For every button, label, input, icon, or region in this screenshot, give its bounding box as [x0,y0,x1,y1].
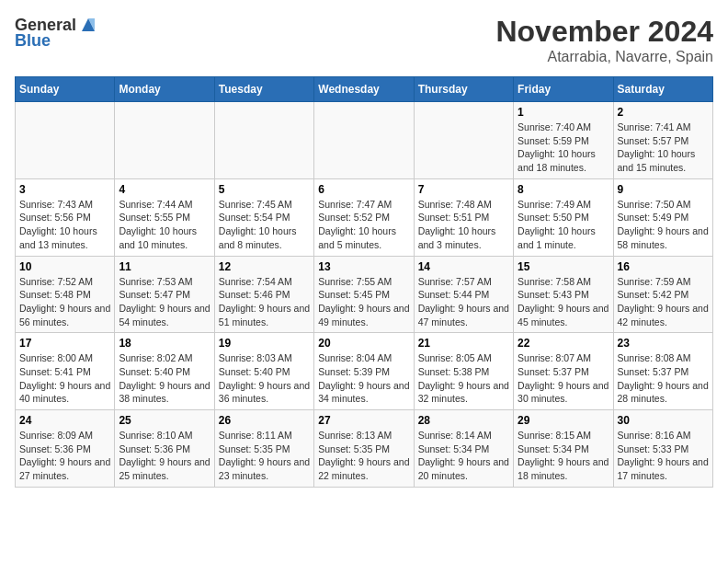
day-number: 28 [418,414,509,427]
calendar-week-row: 17Sunrise: 8:00 AM Sunset: 5:41 PM Dayli… [16,333,713,410]
table-row: 11Sunrise: 7:53 AM Sunset: 5:47 PM Dayli… [115,256,214,333]
title-block: November 2024 Atarrabia, Navarre, Spain [495,15,713,65]
day-info: Sunrise: 7:48 AM Sunset: 5:51 PM Dayligh… [418,198,509,252]
day-number: 5 [219,183,310,196]
logo: General Blue [15,15,98,51]
location-title: Atarrabia, Navarre, Spain [495,49,713,65]
table-row: 15Sunrise: 7:58 AM Sunset: 5:43 PM Dayli… [514,256,613,333]
day-info: Sunrise: 7:54 AM Sunset: 5:46 PM Dayligh… [219,275,310,329]
day-number: 21 [418,337,509,350]
day-info: Sunrise: 8:04 AM Sunset: 5:39 PM Dayligh… [318,351,409,406]
table-row [214,102,313,179]
day-info: Sunrise: 7:44 AM Sunset: 5:55 PM Dayligh… [119,198,210,252]
day-info: Sunrise: 7:50 AM Sunset: 5:49 PM Dayligh… [618,198,709,252]
day-number: 20 [318,337,409,350]
table-row: 26Sunrise: 8:11 AM Sunset: 5:35 PM Dayli… [214,410,313,488]
weekday-sunday: Sunday [16,77,115,102]
day-number: 7 [418,183,509,196]
day-info: Sunrise: 7:45 AM Sunset: 5:54 PM Dayligh… [219,198,310,252]
day-number: 1 [518,106,609,119]
table-row: 18Sunrise: 8:02 AM Sunset: 5:40 PM Dayli… [115,333,214,410]
day-number: 8 [518,183,609,196]
table-row: 21Sunrise: 8:05 AM Sunset: 5:38 PM Dayli… [414,333,513,410]
table-row: 29Sunrise: 8:15 AM Sunset: 5:34 PM Dayli… [514,410,613,488]
table-row [314,102,414,179]
day-info: Sunrise: 8:05 AM Sunset: 5:38 PM Dayligh… [418,351,509,406]
table-row: 4Sunrise: 7:44 AM Sunset: 5:55 PM Daylig… [115,178,214,256]
day-info: Sunrise: 7:52 AM Sunset: 5:48 PM Dayligh… [19,275,110,329]
logo-icon [78,15,98,35]
table-row: 1Sunrise: 7:40 AM Sunset: 5:59 PM Daylig… [514,102,613,179]
day-number: 22 [518,337,609,350]
day-number: 15 [518,260,609,273]
month-title: November 2024 [495,15,713,49]
day-number: 26 [219,414,310,427]
day-info: Sunrise: 8:08 AM Sunset: 5:37 PM Dayligh… [618,351,709,406]
day-info: Sunrise: 7:53 AM Sunset: 5:47 PM Dayligh… [119,275,210,329]
day-info: Sunrise: 8:00 AM Sunset: 5:41 PM Dayligh… [19,351,110,406]
day-number: 23 [618,337,709,350]
table-row: 24Sunrise: 8:09 AM Sunset: 5:36 PM Dayli… [16,410,115,488]
day-info: Sunrise: 7:55 AM Sunset: 5:45 PM Dayligh… [318,275,409,329]
table-row: 12Sunrise: 7:54 AM Sunset: 5:46 PM Dayli… [214,256,313,333]
weekday-wednesday: Wednesday [314,77,414,102]
day-number: 24 [19,414,110,427]
table-row: 14Sunrise: 7:57 AM Sunset: 5:44 PM Dayli… [414,256,513,333]
day-number: 2 [618,106,709,119]
day-info: Sunrise: 8:15 AM Sunset: 5:34 PM Dayligh… [518,429,609,483]
day-number: 29 [518,414,609,427]
day-number: 10 [19,260,110,273]
day-info: Sunrise: 8:13 AM Sunset: 5:35 PM Dayligh… [318,429,409,483]
calendar-table: Sunday Monday Tuesday Wednesday Thursday… [15,76,713,488]
table-row [115,102,214,179]
table-row: 16Sunrise: 7:59 AM Sunset: 5:42 PM Dayli… [613,256,712,333]
table-row: 22Sunrise: 8:07 AM Sunset: 5:37 PM Dayli… [514,333,613,410]
day-number: 13 [318,260,409,273]
day-info: Sunrise: 8:03 AM Sunset: 5:40 PM Dayligh… [219,351,310,406]
day-number: 25 [119,414,210,427]
table-row: 6Sunrise: 7:47 AM Sunset: 5:52 PM Daylig… [314,178,414,256]
day-info: Sunrise: 7:59 AM Sunset: 5:42 PM Dayligh… [618,275,709,329]
table-row: 20Sunrise: 8:04 AM Sunset: 5:39 PM Dayli… [314,333,414,410]
day-info: Sunrise: 7:41 AM Sunset: 5:57 PM Dayligh… [618,121,709,175]
weekday-thursday: Thursday [414,77,513,102]
weekday-saturday: Saturday [613,77,712,102]
calendar-header-row: Sunday Monday Tuesday Wednesday Thursday… [16,77,713,102]
day-number: 4 [119,183,210,196]
calendar-week-row: 24Sunrise: 8:09 AM Sunset: 5:36 PM Dayli… [16,410,713,488]
table-row: 23Sunrise: 8:08 AM Sunset: 5:37 PM Dayli… [613,333,712,410]
day-info: Sunrise: 7:58 AM Sunset: 5:43 PM Dayligh… [518,275,609,329]
day-info: Sunrise: 8:10 AM Sunset: 5:36 PM Dayligh… [119,429,210,483]
day-number: 9 [618,183,709,196]
day-info: Sunrise: 8:02 AM Sunset: 5:40 PM Dayligh… [119,351,210,406]
table-row: 19Sunrise: 8:03 AM Sunset: 5:40 PM Dayli… [214,333,313,410]
weekday-monday: Monday [115,77,214,102]
day-info: Sunrise: 7:43 AM Sunset: 5:56 PM Dayligh… [19,198,110,252]
calendar-week-row: 1Sunrise: 7:40 AM Sunset: 5:59 PM Daylig… [16,102,713,179]
day-number: 3 [19,183,110,196]
table-row: 9Sunrise: 7:50 AM Sunset: 5:49 PM Daylig… [613,178,712,256]
table-row: 13Sunrise: 7:55 AM Sunset: 5:45 PM Dayli… [314,256,414,333]
table-row [16,102,115,179]
day-info: Sunrise: 7:47 AM Sunset: 5:52 PM Dayligh… [318,198,409,252]
day-number: 18 [119,337,210,350]
weekday-tuesday: Tuesday [214,77,313,102]
calendar-week-row: 10Sunrise: 7:52 AM Sunset: 5:48 PM Dayli… [16,256,713,333]
day-info: Sunrise: 8:16 AM Sunset: 5:33 PM Dayligh… [618,429,709,483]
day-number: 17 [19,337,110,350]
table-row: 2Sunrise: 7:41 AM Sunset: 5:57 PM Daylig… [613,102,712,179]
day-number: 6 [318,183,409,196]
calendar-week-row: 3Sunrise: 7:43 AM Sunset: 5:56 PM Daylig… [16,178,713,256]
day-info: Sunrise: 8:09 AM Sunset: 5:36 PM Dayligh… [19,429,110,483]
day-number: 19 [219,337,310,350]
table-row: 8Sunrise: 7:49 AM Sunset: 5:50 PM Daylig… [514,178,613,256]
table-row: 10Sunrise: 7:52 AM Sunset: 5:48 PM Dayli… [16,256,115,333]
day-info: Sunrise: 7:49 AM Sunset: 5:50 PM Dayligh… [518,198,609,252]
day-info: Sunrise: 7:40 AM Sunset: 5:59 PM Dayligh… [518,121,609,175]
table-row: 25Sunrise: 8:10 AM Sunset: 5:36 PM Dayli… [115,410,214,488]
weekday-friday: Friday [514,77,613,102]
page-header: General Blue November 2024 Atarrabia, Na… [15,15,713,65]
table-row: 17Sunrise: 8:00 AM Sunset: 5:41 PM Dayli… [16,333,115,410]
table-row: 28Sunrise: 8:14 AM Sunset: 5:34 PM Dayli… [414,410,513,488]
day-info: Sunrise: 8:11 AM Sunset: 5:35 PM Dayligh… [219,429,310,483]
